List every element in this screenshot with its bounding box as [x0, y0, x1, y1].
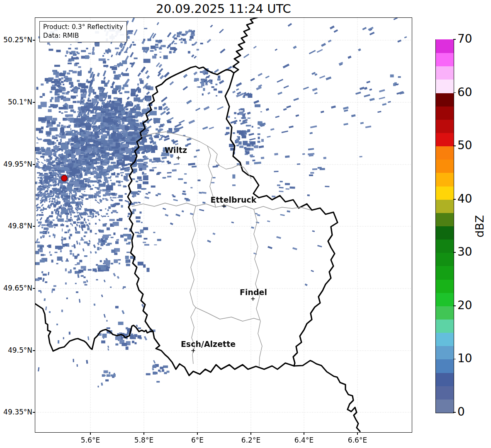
colorbar-segment	[436, 146, 454, 160]
x-tick-label: 5.8°E	[123, 436, 165, 444]
y-tick-label: 49.95°N	[0, 160, 32, 168]
colorbar-tick-mark	[453, 305, 456, 306]
city-marker	[251, 297, 255, 301]
x-tick-mark	[197, 433, 198, 435]
city-marker	[222, 204, 226, 208]
city-label: Wiltz	[165, 145, 187, 155]
colorbar-tick-mark	[453, 199, 456, 200]
colorbar-segment	[436, 253, 454, 266]
city-marker	[177, 156, 180, 160]
x-tick-mark	[90, 433, 91, 435]
german-belgian-border	[233, 18, 260, 73]
colorbar-tick-label: 70	[457, 32, 472, 46]
x-tick-label: 6.4°E	[283, 436, 325, 444]
x-tick-mark	[357, 433, 358, 435]
city-label: Esch/Alzette	[181, 339, 236, 349]
y-tick-mark	[33, 40, 35, 41]
colorbar-segment	[436, 359, 454, 373]
colorbar-tick-label: 10	[457, 351, 472, 365]
y-tick-label: 50.25°N	[0, 36, 32, 44]
colorbar-segment	[436, 226, 454, 240]
colorbar-segment	[436, 373, 454, 386]
colorbar-tick-label: 40	[457, 192, 472, 206]
colorbar-segment	[436, 346, 454, 360]
colorbar-tick-mark	[453, 359, 456, 360]
city-label: Ettelbruck	[211, 195, 257, 204]
y-tick-label: 49.35°N	[0, 408, 32, 416]
colorbar-unit-label: dBZ	[473, 210, 486, 243]
x-tick-label: 5.6°E	[70, 436, 111, 444]
colorbar-segment	[436, 66, 454, 80]
product-line: Product: 0.3° Reflectivity	[43, 23, 123, 31]
colorbar-tick-mark	[453, 145, 456, 146]
y-tick-label: 49.65°N	[0, 284, 32, 292]
colorbar-segment	[436, 53, 454, 67]
colorbar-tick-label: 30	[457, 245, 472, 259]
x-tick-label: 6°E	[177, 436, 218, 444]
y-tick-label: 49.8°N	[0, 222, 32, 230]
figure-title: 20.09.2025 11:24 UTC	[35, 2, 412, 16]
x-tick-label: 6.2°E	[230, 436, 272, 444]
colorbar-segment	[436, 333, 454, 346]
french-german-border	[294, 361, 360, 431]
luxembourg-border	[128, 66, 338, 375]
product-info-box: Product: 0.3° Reflectivity Data: RMIB	[39, 21, 127, 42]
y-tick-mark	[33, 102, 35, 103]
colorbar-segment	[436, 213, 454, 226]
x-tick-label: 6.6°E	[337, 436, 378, 444]
colorbar-tick-mark	[453, 252, 456, 253]
colorbar-segment	[436, 93, 454, 107]
colorbar-segment	[436, 293, 454, 306]
colorbar-segment	[436, 119, 454, 133]
colorbar-segment	[436, 186, 454, 200]
border-layer: WiltzEttelbruckFindelEsch/Alzette	[35, 18, 412, 432]
colorbar-segment	[436, 133, 454, 146]
colorbar-segment	[436, 39, 454, 53]
x-tick-mark	[250, 433, 251, 435]
district-border	[196, 308, 260, 321]
y-tick-mark	[33, 350, 35, 351]
colorbar-segment	[436, 173, 454, 186]
y-tick-label: 50.1°N	[0, 98, 32, 106]
data-source-line: Data: RMIB	[43, 31, 123, 40]
x-tick-mark	[304, 433, 304, 435]
colorbar-tick-mark	[453, 39, 456, 40]
y-tick-mark	[33, 226, 35, 227]
colorbar-tick-label: 0	[457, 405, 465, 419]
colorbar-segment	[436, 80, 454, 93]
radar-figure: 20.09.2025 11:24 UTC WiltzEttelbruckFind	[0, 0, 491, 448]
colorbar	[435, 39, 454, 413]
colorbar-segment	[436, 386, 454, 400]
colorbar-segment	[436, 199, 454, 213]
colorbar-tick-mark	[453, 92, 456, 93]
colorbar-segment	[436, 266, 454, 280]
colorbar-tick-mark	[453, 412, 456, 413]
y-tick-mark	[33, 288, 35, 289]
x-tick-mark	[143, 433, 144, 435]
y-tick-mark	[33, 412, 35, 413]
colorbar-tick-label: 60	[457, 85, 472, 99]
colorbar-segment	[436, 306, 454, 320]
colorbar-segment	[436, 399, 454, 413]
colorbar-tick-label: 20	[457, 298, 472, 312]
city-label: Findel	[240, 288, 267, 297]
map-plot-area: WiltzEttelbruckFindelEsch/Alzette Produc…	[35, 17, 412, 433]
y-tick-mark	[33, 164, 35, 165]
radar-site-dot	[61, 175, 67, 181]
district-border	[141, 132, 251, 179]
colorbar-segment	[436, 279, 454, 293]
colorbar-segment	[436, 160, 454, 173]
colorbar-tick-label: 50	[457, 138, 472, 152]
y-tick-label: 49.5°N	[0, 346, 32, 354]
colorbar-segment	[436, 106, 454, 120]
colorbar-segment	[436, 319, 454, 333]
colorbar-segment	[436, 240, 454, 253]
french-belgian-border	[35, 304, 153, 351]
city-marker	[192, 349, 195, 353]
